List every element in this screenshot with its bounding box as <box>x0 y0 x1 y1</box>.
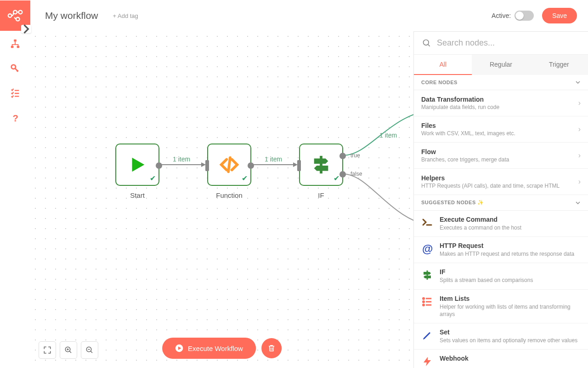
core-node-item[interactable]: HelpersHTTP Requests (API calls), date a… <box>414 169 588 195</box>
tab-regular[interactable]: Regular <box>472 55 530 75</box>
svg-marker-24 <box>424 272 431 275</box>
chevron-down-icon <box>575 80 581 85</box>
node-label: Function <box>207 191 251 199</box>
zoom-out-icon <box>85 346 94 354</box>
svg-rect-5 <box>11 46 14 48</box>
save-button[interactable]: Save <box>542 8 577 23</box>
core-node-item[interactable]: Data TransformationManipulate data field… <box>414 90 588 116</box>
output-port-false[interactable] <box>339 171 346 178</box>
check-icon: ✔ <box>242 174 248 183</box>
suggested-node-item[interactable]: SetSets values on items and optionally r… <box>414 323 588 350</box>
branch-label-false: false <box>351 171 362 177</box>
edge-label-start-function: 1 item <box>173 155 190 163</box>
edge-label-function-if: 1 item <box>265 155 282 163</box>
execute-label: Execute Workflow <box>188 345 243 352</box>
tab-all[interactable]: All <box>414 55 472 75</box>
core-node-item[interactable]: FlowBranches, core triggers, merge data› <box>414 143 588 169</box>
svg-rect-6 <box>17 46 19 48</box>
chevron-right-icon <box>21 20 31 38</box>
bolt-icon <box>421 356 433 368</box>
sidebar-item-credentials[interactable] <box>0 56 30 81</box>
topbar: My workflow + Add tag Active: Save <box>0 0 588 31</box>
play-circle-icon <box>175 344 183 352</box>
panel-tabs: All Regular Trigger <box>414 54 588 75</box>
svg-point-3 <box>16 17 20 21</box>
svg-point-26 <box>423 298 424 299</box>
terminal-icon <box>421 217 433 229</box>
input-port[interactable] <box>297 160 301 171</box>
suggested-node-item[interactable]: @HTTP RequestMakes an HTTP request and r… <box>414 237 588 263</box>
chevron-right-icon: › <box>578 99 581 107</box>
zoom-out-button[interactable] <box>81 341 98 359</box>
code-icon <box>219 154 240 175</box>
question-icon: ? <box>10 113 20 123</box>
output-port[interactable] <box>248 162 254 169</box>
sitemap-icon <box>10 39 20 49</box>
sidebar-item-executions[interactable] <box>0 81 30 106</box>
svg-point-28 <box>423 304 424 305</box>
section-core-nodes[interactable]: CORE NODES <box>414 75 588 90</box>
svg-marker-25 <box>424 276 431 278</box>
active-toggle[interactable] <box>514 11 534 21</box>
svg-point-21 <box>424 40 429 45</box>
svg-point-27 <box>423 301 424 302</box>
svg-marker-13 <box>132 158 145 172</box>
execute-workflow-button[interactable]: Execute Workflow <box>162 338 256 359</box>
trash-icon <box>267 344 276 352</box>
fit-view-button[interactable] <box>39 341 56 359</box>
svg-marker-15 <box>314 159 328 164</box>
check-icon: ✔ <box>334 174 339 183</box>
search-input[interactable] <box>437 38 580 48</box>
svg-rect-4 <box>14 40 17 42</box>
chevron-down-icon <box>575 200 581 206</box>
search-row <box>414 32 588 54</box>
pencil-icon <box>421 329 433 341</box>
suggested-node-item[interactable]: Webhook <box>414 350 588 368</box>
search-icon <box>422 39 431 48</box>
suggested-node-item[interactable]: Item ListsHelper for working with lists … <box>414 290 588 323</box>
workflow-canvas[interactable]: 1 item 1 item 1 item true false ✔ Start … <box>30 31 413 368</box>
suggested-node-item[interactable]: IFSplits a stream based on comparisons <box>414 263 588 289</box>
fullscreen-icon <box>43 346 51 354</box>
chevron-right-icon: › <box>578 151 581 160</box>
input-port[interactable] <box>205 160 209 171</box>
delete-button[interactable] <box>261 338 282 358</box>
key-icon <box>10 63 20 74</box>
chevron-right-icon: › <box>578 125 581 133</box>
zoom-in-button[interactable] <box>60 341 77 359</box>
app-logo[interactable] <box>0 0 30 31</box>
tab-trigger[interactable]: Trigger <box>530 55 588 75</box>
play-icon <box>127 154 148 175</box>
at-icon: @ <box>421 243 433 255</box>
signpost-icon <box>421 269 433 281</box>
list-icon <box>421 296 433 308</box>
suggested-node-item[interactable]: Execute CommandExecutes a command on the… <box>414 211 588 237</box>
svg-marker-16 <box>314 166 328 171</box>
output-port[interactable] <box>156 162 162 169</box>
signpost-icon <box>311 154 332 175</box>
svg-text:?: ? <box>13 113 18 123</box>
edge-label-if-true-count: 1 item <box>379 132 397 139</box>
node-start[interactable]: ✔ Start <box>115 144 159 199</box>
svg-marker-29 <box>424 357 431 366</box>
node-label: IF <box>299 191 343 199</box>
section-suggested-nodes[interactable]: SUGGESTED NODES ✨ <box>414 195 588 211</box>
list-check-icon <box>10 88 20 98</box>
branch-label-true: true <box>351 152 360 159</box>
node-panel: All Regular Trigger CORE NODES Data Tran… <box>413 31 588 368</box>
sidebar-expand-toggle[interactable] <box>21 25 31 33</box>
edge-if-false <box>343 174 413 229</box>
svg-point-0 <box>8 14 12 17</box>
output-port-true[interactable] <box>339 153 346 159</box>
node-function[interactable]: ✔ Function <box>207 144 251 199</box>
add-tag-button[interactable]: + Add tag <box>113 12 138 19</box>
core-node-item[interactable]: FilesWork with CSV, XML, text, images et… <box>414 116 588 143</box>
workflow-title[interactable]: My workflow <box>45 10 98 21</box>
sidebar-item-help[interactable]: ? <box>0 106 30 131</box>
node-if[interactable]: ✔ IF <box>299 144 343 199</box>
svg-text:@: @ <box>422 243 433 254</box>
svg-point-2 <box>19 11 23 14</box>
execute-area: Execute Workflow <box>162 338 282 359</box>
check-icon: ✔ <box>150 174 156 183</box>
chevron-right-icon: › <box>578 178 581 186</box>
